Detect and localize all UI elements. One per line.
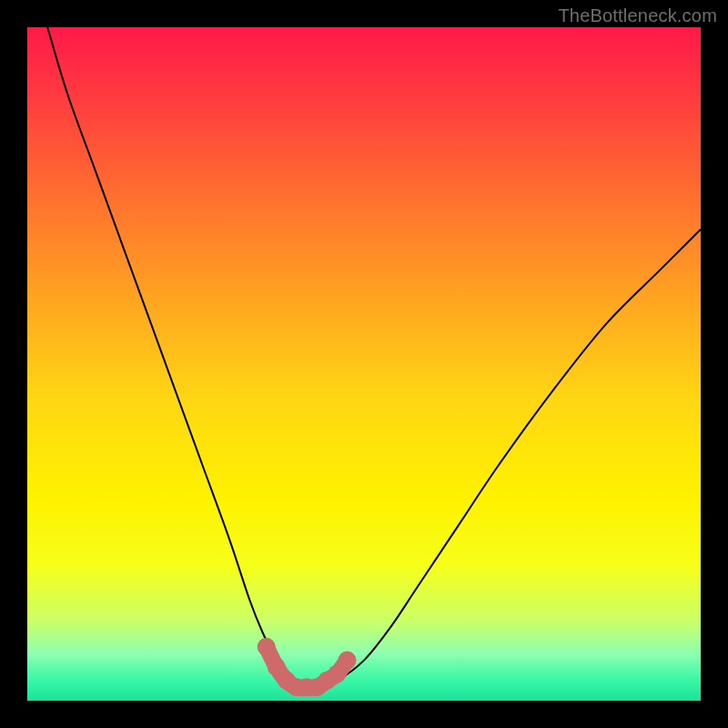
trough-marker-dot [339,652,357,670]
chart-svg [27,27,701,701]
plot-area [27,27,701,701]
watermark-text: TheBottleneck.com [558,5,717,26]
trough-marker-dot [258,638,276,656]
outer-frame: TheBottleneck.com [0,0,728,728]
bottleneck-curve [47,27,701,688]
trough-markers [258,638,357,696]
